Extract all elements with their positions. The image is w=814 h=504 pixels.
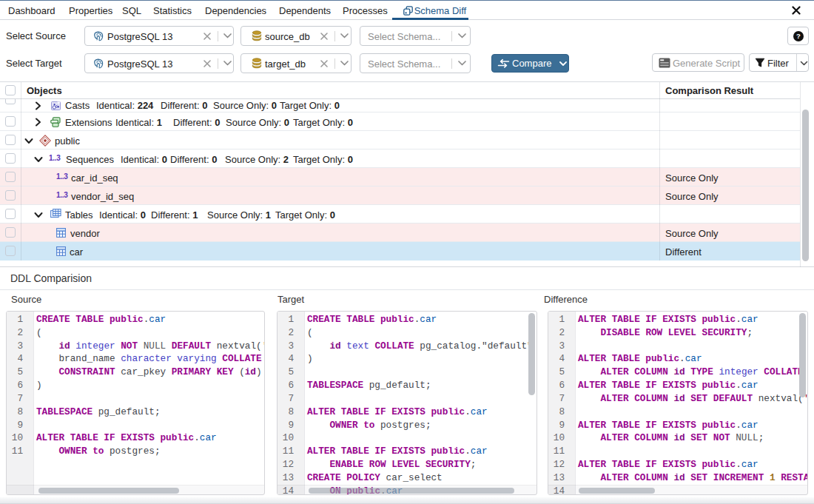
svg-text:?: ? [796, 32, 801, 40]
